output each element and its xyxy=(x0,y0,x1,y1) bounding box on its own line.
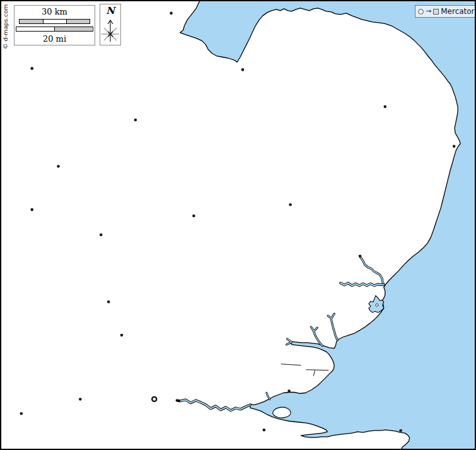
mersea-island xyxy=(273,407,291,418)
town-marker xyxy=(192,215,195,218)
town-marker xyxy=(453,145,456,148)
projection-arrow-icon: → xyxy=(426,8,431,15)
town-marker xyxy=(20,412,23,415)
sea xyxy=(180,1,475,449)
town-marker xyxy=(100,234,103,237)
town-marker xyxy=(383,105,386,109)
scale-km-segment xyxy=(66,20,90,23)
county-town-marker xyxy=(152,397,156,401)
scale-mi-segment xyxy=(54,27,92,31)
river-deben xyxy=(328,314,337,340)
town-marker xyxy=(30,67,33,70)
scale-mi-segment xyxy=(16,27,54,31)
compass-box: N xyxy=(100,4,121,45)
scale-mi-label: 20 mi xyxy=(43,34,66,44)
river-blyth xyxy=(340,258,384,286)
north-label: N xyxy=(106,5,115,16)
scale-box: 30 km 20 mi xyxy=(14,5,95,45)
town-marker xyxy=(57,165,60,168)
town-marker xyxy=(287,389,291,393)
town-marker xyxy=(134,119,137,122)
town-marker xyxy=(107,300,110,304)
town-marker xyxy=(359,254,362,258)
river-colne xyxy=(267,393,270,399)
projection-square-icon xyxy=(433,9,439,15)
projection-label: Mercator xyxy=(441,7,474,16)
alde-estuary xyxy=(369,295,384,312)
scale-mi-bar xyxy=(16,27,93,32)
town-marker xyxy=(399,429,402,432)
town-marker xyxy=(79,398,82,401)
scale-km-segment xyxy=(43,20,66,23)
town-marker xyxy=(30,208,33,211)
town-marker xyxy=(289,203,292,206)
projection-circle-icon xyxy=(418,9,424,15)
town-marker xyxy=(170,12,173,15)
map-frame: 30 km 20 mi N © d-maps.com → Merca xyxy=(0,0,476,450)
projection-badge: → Mercator xyxy=(415,5,476,18)
scale-km-bar xyxy=(19,19,90,24)
map-canvas xyxy=(1,1,475,449)
town-marker xyxy=(241,68,245,71)
river-blackwater xyxy=(177,400,250,410)
hamford-creeks xyxy=(281,364,329,376)
town-marker xyxy=(120,334,124,337)
copyright-text: © d-maps.com xyxy=(2,4,9,49)
town-marker xyxy=(262,429,265,432)
scale-km-segment xyxy=(20,20,43,23)
scale-km-label: 30 km xyxy=(42,7,67,16)
north-arrow-icon xyxy=(100,16,120,44)
